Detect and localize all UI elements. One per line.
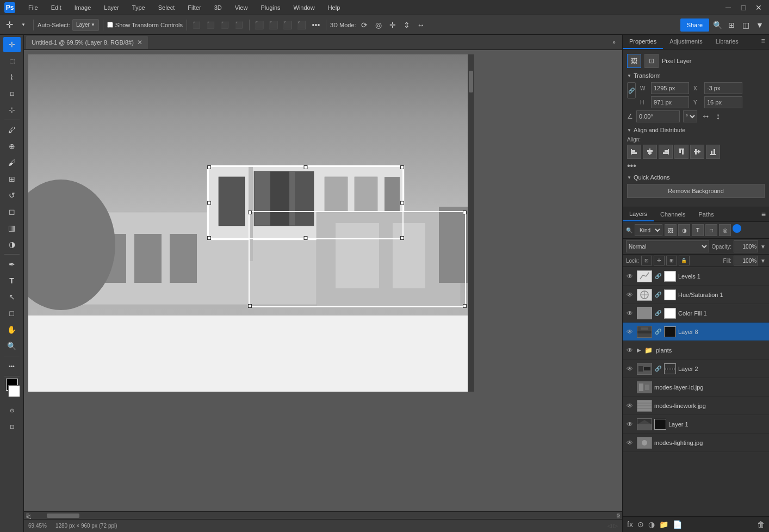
eyedropper-tool[interactable]: 🖊 <box>3 122 21 138</box>
align-center-btn[interactable]: ⬛ <box>205 19 217 31</box>
opacity-input[interactable] <box>734 240 758 252</box>
tab-layers[interactable]: Layers <box>623 207 654 221</box>
quick-mask-btn[interactable]: ⊙ <box>3 403 21 418</box>
fill-arrow[interactable]: ▼ <box>760 258 766 264</box>
align-left-btn[interactable]: ⬛ <box>191 19 203 31</box>
props-menu-btn[interactable]: ≡ <box>757 35 769 47</box>
hand-tool[interactable]: ✋ <box>3 322 21 337</box>
layer-adj-btn[interactable]: ◑ <box>647 519 656 530</box>
lock-position-btn[interactable]: ✛ <box>654 256 665 265</box>
move-tool-btn[interactable]: ✛ <box>3 19 15 31</box>
scroll-arrow-left[interactable]: ◁ <box>26 513 29 518</box>
layers-filter-dropdown[interactable]: Kind <box>635 224 662 236</box>
scrollbar-h[interactable]: ◁ ▷ <box>24 511 622 519</box>
scrollbar-v-thumb[interactable] <box>469 71 473 92</box>
3d-orbit-btn[interactable]: ◎ <box>373 19 384 31</box>
canvas-wrapper[interactable] <box>24 50 622 511</box>
panel-right-collapse[interactable]: » <box>608 36 620 48</box>
layer-item-levels1[interactable]: 👁 🔗 Levels 1 <box>623 267 769 286</box>
distribute2-btn[interactable]: ⬛ <box>253 19 265 31</box>
minimize-btn[interactable]: ─ <box>722 2 734 14</box>
align-header[interactable]: ▼ Align and Distribute <box>627 127 765 133</box>
brush-tool[interactable]: 🖌 <box>3 155 21 170</box>
dodge-tool[interactable]: ◑ <box>3 237 21 252</box>
flip-v-btn[interactable]: ↕ <box>715 110 721 122</box>
filter-state-btn[interactable] <box>733 224 741 233</box>
3d-rotate-btn[interactable]: ⟳ <box>358 19 370 31</box>
eye-layer8[interactable]: 👁 <box>625 327 635 337</box>
lock-artboard-btn[interactable]: ⊞ <box>666 256 677 265</box>
menu-3d[interactable]: 3D <box>212 3 224 12</box>
3d-slide-btn[interactable]: ⇕ <box>401 19 413 31</box>
layer-item-modesid[interactable]: 👁 modes-layer-id.jpg <box>623 378 769 397</box>
scroll-arrow-right[interactable]: ▷ <box>617 513 620 518</box>
distribute5-btn[interactable]: ⬛ <box>296 19 308 31</box>
lasso-tool[interactable]: ⌇ <box>3 70 21 85</box>
search-btn[interactable]: 🔍 <box>711 19 723 31</box>
gradient-tool[interactable]: ▥ <box>3 220 21 236</box>
tab-adjustments[interactable]: Adjustments <box>663 35 709 49</box>
eye-huesat[interactable]: 👁 <box>625 290 635 300</box>
fill-input[interactable] <box>734 256 758 265</box>
w-input[interactable] <box>651 82 689 94</box>
scrollbar-h-thumb[interactable] <box>47 514 79 518</box>
link-icon[interactable]: 🔗 <box>627 82 636 98</box>
layer-item-layer1[interactable]: 👁 Layer 1 <box>623 415 769 434</box>
auto-select-dropdown[interactable]: Layer ▼ <box>72 19 99 31</box>
menu-view[interactable]: View <box>233 3 250 12</box>
transform-header[interactable]: ▼ Transform <box>627 72 765 79</box>
tab-channels[interactable]: Channels <box>654 208 692 221</box>
layer-item-lighting[interactable]: 👁 modes-lighting.jpg <box>623 434 769 452</box>
filter-pixel-btn[interactable]: 🖼 <box>665 224 677 236</box>
move-tool[interactable]: ✛ <box>3 37 21 52</box>
pixel-layer-icon-pixel[interactable]: ⊡ <box>644 54 659 68</box>
history-tool[interactable]: ↺ <box>3 188 21 203</box>
shape-tool[interactable]: □ <box>3 306 21 321</box>
background-color[interactable] <box>8 385 20 397</box>
show-transform-label[interactable]: Show Transform Controls <box>107 22 183 28</box>
tab-properties[interactable]: Properties <box>623 35 663 49</box>
panel-toggle-btn[interactable]: ◫ <box>740 19 752 31</box>
tab-close-btn[interactable]: ✕ <box>137 39 142 46</box>
eye-colorfill[interactable]: 👁 <box>625 308 635 318</box>
path-select-tool[interactable]: ↖ <box>3 289 21 305</box>
layers-menu-btn[interactable]: ≡ <box>761 210 766 219</box>
filter-type-btn[interactable]: T <box>692 224 704 236</box>
layer-item-huesat[interactable]: 👁 🔗 Hue/Saturation 1 <box>623 286 769 304</box>
layer-mask-btn[interactable]: ⊙ <box>636 519 645 530</box>
menu-edit[interactable]: Edit <box>49 3 64 12</box>
scrollbar-v[interactable] <box>468 54 474 392</box>
x-input[interactable] <box>704 82 742 94</box>
menu-filter[interactable]: Filter <box>185 3 203 12</box>
lock-all-btn[interactable]: 🔒 <box>679 256 690 265</box>
eye-layer1[interactable]: 👁 <box>625 419 635 429</box>
eye-levels1[interactable]: 👁 <box>625 271 635 281</box>
tab-libraries[interactable]: Libraries <box>709 35 745 49</box>
menu-type[interactable]: Type <box>130 3 147 12</box>
spot-heal-tool[interactable]: ⊕ <box>3 139 21 154</box>
marquee-tool[interactable]: ⬚ <box>3 53 21 69</box>
eye-layer2[interactable]: 👁 <box>625 364 635 374</box>
distribute-btn[interactable]: ⬛ <box>233 19 245 31</box>
show-transform-checkbox[interactable] <box>107 22 113 28</box>
align-right-btn[interactable]: ⬛ <box>219 19 231 31</box>
screen-mode-btn[interactable]: ⊡ <box>3 419 21 434</box>
menu-plugins[interactable]: Plugins <box>258 3 282 12</box>
canvas-document[interactable] <box>28 54 474 392</box>
align-more-btn[interactable]: ••• <box>627 161 636 171</box>
filter-adj-btn[interactable]: ◑ <box>678 224 690 236</box>
stamp-tool[interactable]: ⊞ <box>3 171 21 187</box>
filter-smart-btn[interactable]: ◎ <box>719 224 731 236</box>
more-options-btn[interactable]: ••• <box>310 19 322 31</box>
close-btn[interactable]: ✕ <box>753 2 765 14</box>
menu-layer[interactable]: Layer <box>102 3 121 12</box>
eye-modesid[interactable]: 👁 <box>625 382 635 392</box>
layer-item-layer8[interactable]: 👁 🔗 Layer 8 <box>623 323 769 341</box>
move-tool-arrow[interactable]: ▼ <box>17 19 29 31</box>
layer-item-layer2[interactable]: 👁 🔗 Layer 2 <box>623 360 769 378</box>
layer-group-btn[interactable]: 📁 <box>658 519 669 530</box>
more-tools-btn[interactable]: ••• <box>3 358 21 374</box>
more-workspace-btn[interactable]: ▼ <box>754 19 766 31</box>
page-nav[interactable]: ◁ ▷ <box>607 523 618 529</box>
type-tool[interactable]: T <box>3 273 21 288</box>
